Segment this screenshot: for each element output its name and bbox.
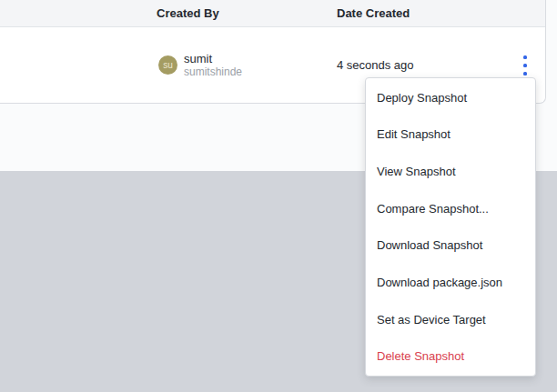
menu-item-delete-snapshot[interactable]: Delete Snapshot (366, 337, 535, 375)
menu-item-compare-snapshot[interactable]: Compare Snapshot... (366, 190, 535, 227)
avatar: su (158, 55, 177, 75)
table-header-row: Created By Date Created (0, 0, 545, 27)
column-header-date-created: Date Created (337, 0, 410, 26)
menu-item-view-snapshot[interactable]: View Snapshot (366, 153, 535, 190)
created-by-cell: su sumit sumitshinde (158, 27, 242, 103)
menu-item-deploy-snapshot[interactable]: Deploy Snapshot (366, 79, 535, 116)
column-header-created-by: Created By (157, 0, 219, 26)
user-identity: sumit sumitshinde (184, 52, 242, 78)
kebab-vertical-icon (523, 55, 527, 75)
user-username: sumitshinde (184, 65, 242, 78)
menu-item-set-as-device-target[interactable]: Set as Device Target (366, 301, 535, 338)
snapshot-actions-menu: Deploy Snapshot Edit Snapshot View Snaps… (365, 77, 536, 377)
avatar-initials: su (163, 60, 173, 70)
menu-item-edit-snapshot[interactable]: Edit Snapshot (366, 116, 535, 154)
menu-item-download-package-json[interactable]: Download package.json (366, 264, 535, 301)
user-display-name: sumit (184, 52, 242, 65)
menu-item-download-snapshot[interactable]: Download Snapshot (366, 227, 535, 265)
